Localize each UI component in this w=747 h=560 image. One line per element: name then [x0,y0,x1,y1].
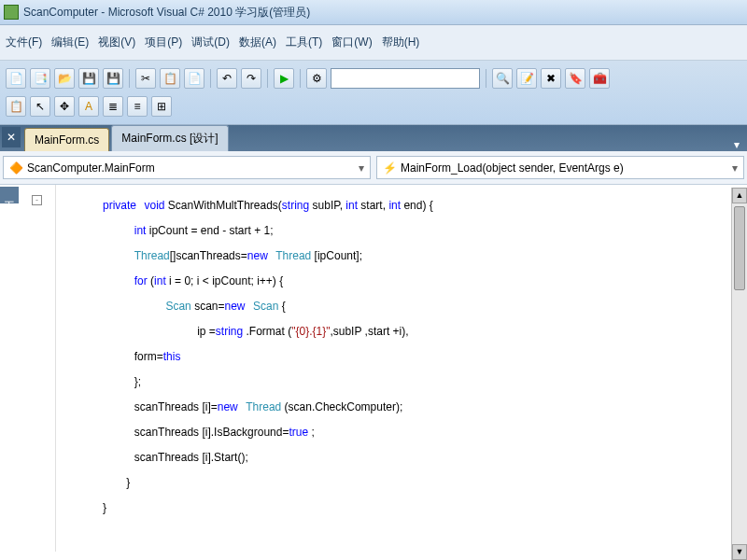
uncomment-button[interactable]: ✖ [541,68,561,89]
window-title: ScanComputer - Microsoft Visual C# 2010 … [23,5,310,21]
app-icon [4,5,19,20]
scroll-up-icon[interactable]: ▲ [732,188,747,203]
scroll-thumb[interactable] [734,206,745,290]
cut-button[interactable]: ✂ [135,68,156,89]
document-tabs: ✕ MainForm.cs MainForm.cs [设计] ▾ [0,125,747,151]
copy-button[interactable]: 📋 [160,68,180,89]
configuration-combo[interactable] [331,68,480,89]
menu-tools[interactable]: 工具(T) [286,35,322,50]
toolbox-panel-tab[interactable]: 工具箱 [0,187,19,203]
menu-help[interactable]: 帮助(H) [382,35,420,50]
class-name: ScanComputer.MainForm [27,161,155,175]
menu-bar: 文件(F) 编辑(E) 视图(V) 项目(P) 调试(D) 数据(A) 工具(T… [0,25,747,61]
find-button[interactable]: 🔍 [492,68,513,89]
add-item-button[interactable]: 📑 [30,68,50,89]
method-icon: ⚡ [383,161,397,175]
menu-window[interactable]: 窗口(W) [331,35,372,50]
menu-file[interactable]: 文件(F) [6,35,42,50]
menu-data[interactable]: 数据(A) [239,35,276,50]
highlight-button[interactable]: A [78,96,99,117]
title-bar: ScanComputer - Microsoft Visual C# 2010 … [0,0,747,25]
separator [300,69,301,88]
undo-button[interactable]: ↶ [217,68,237,89]
start-debug-button[interactable]: ▶ [274,68,294,89]
tab-mainform-design[interactable]: MainForm.cs [设计] [111,125,228,151]
format-button[interactable]: ⊞ [151,96,172,117]
text-tool-button[interactable]: 📋 [6,96,26,117]
code-navigator: 🔶 ScanComputer.MainForm ▾ ⚡ MainForm_Loa… [0,151,747,185]
select-button[interactable]: ✥ [54,96,75,117]
separator [210,69,211,88]
comment-button[interactable]: 📝 [516,68,537,89]
chevron-down-icon: ▾ [732,161,738,175]
toolbar: 📄 📑 📂 💾 💾 ✂ 📋 📄 ↶ ↷ ▶ ⚙ 🔍 📝 ✖ 🔖 🧰 📋 ↖ ✥ … [0,61,747,125]
gutter: - [19,185,56,552]
bookmark-button[interactable]: 🔖 [565,68,585,89]
tab-mainform-cs[interactable]: MainForm.cs [24,128,109,151]
scroll-down-icon[interactable]: ▼ [732,544,747,560]
pointer-button[interactable]: ↖ [30,96,50,117]
separator [486,69,486,88]
side-tool-icon[interactable]: ✕ [2,127,21,147]
toolbox-button[interactable]: 🧰 [589,68,610,89]
open-button[interactable]: 📂 [54,68,75,89]
separator [267,69,268,88]
member-name: MainForm_Load(object sender, EventArgs e… [401,161,624,175]
outdent-button[interactable]: ≡ [127,96,148,117]
save-all-button[interactable]: 💾 [103,68,123,89]
collapse-icon[interactable]: - [32,195,42,205]
indent-button[interactable]: ≣ [103,96,123,117]
class-combo[interactable]: 🔶 ScanComputer.MainForm ▾ [3,156,371,179]
config-button[interactable]: ⚙ [306,68,327,89]
tab-overflow-icon[interactable]: ▾ [726,138,747,151]
new-project-button[interactable]: 📄 [6,68,26,89]
menu-edit[interactable]: 编辑(E) [51,35,89,50]
class-icon: 🔶 [9,161,23,175]
vertical-scrollbar[interactable]: ▲ ▼ [731,188,747,560]
separator [129,69,130,88]
menu-project[interactable]: 项目(P) [145,35,182,50]
paste-button[interactable]: 📄 [184,68,204,89]
menu-view[interactable]: 视图(V) [98,35,135,50]
redo-button[interactable]: ↷ [241,68,261,89]
chevron-down-icon: ▾ [359,161,364,175]
code-editor[interactable]: - private void ScanWithMultThreads(strin… [19,185,747,552]
code-area[interactable]: private void ScanWithMultThreads(string … [56,185,747,552]
member-combo[interactable]: ⚡ MainForm_Load(object sender, EventArgs… [376,156,744,179]
save-button[interactable]: 💾 [78,68,99,89]
menu-debug[interactable]: 调试(D) [191,35,230,50]
